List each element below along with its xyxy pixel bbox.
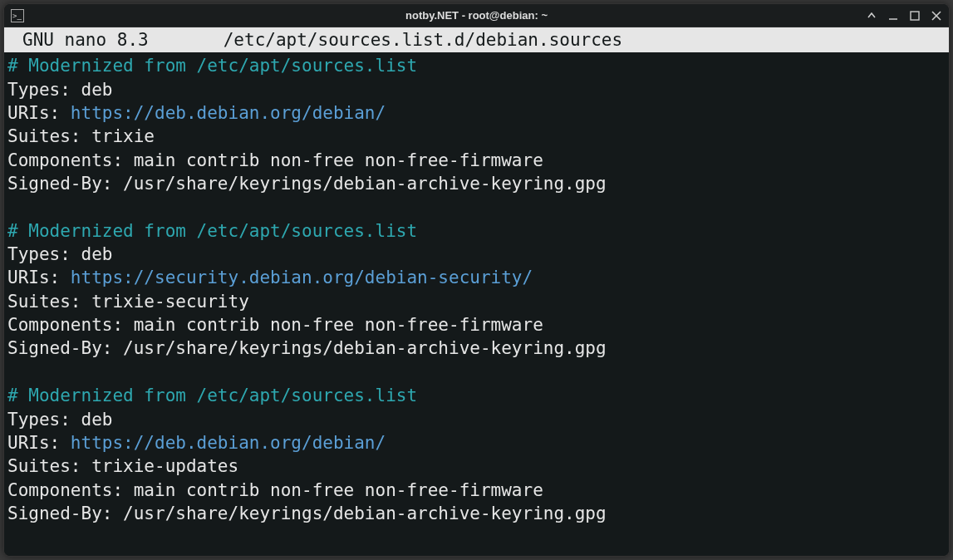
editor-content[interactable]: # Modernized from /etc/apt/sources.list … <box>4 52 949 527</box>
config-line: Suites: trixie-updates <box>7 454 946 478</box>
config-line: Types: deb <box>7 243 946 266</box>
comment-line: # Modernized from /etc/apt/sources.list <box>7 221 417 241</box>
blank-line <box>7 361 946 384</box>
config-line: Types: deb <box>7 78 946 101</box>
comment-line: # Modernized from /etc/apt/sources.list <box>7 56 417 76</box>
svg-rect-1 <box>911 12 919 20</box>
blank-line <box>7 195 946 219</box>
config-line: URIs: https://deb.debian.org/debian/ <box>7 431 946 454</box>
config-line: Signed-By: /usr/share/keyrings/debian-ar… <box>7 172 946 195</box>
window-controls <box>866 10 942 22</box>
nano-app-name: GNU nano 8.3 <box>7 28 149 52</box>
terminal-window: >_ notby.NET - root@debian: ~ GNU nano 8… <box>3 3 950 557</box>
config-line: Types: deb <box>7 408 946 431</box>
config-line: Components: main contrib non-free non-fr… <box>7 313 946 336</box>
config-line: Suites: trixie <box>7 125 946 148</box>
terminal-body[interactable]: GNU nano 8.3 /etc/apt/sources.list.d/deb… <box>4 27 949 556</box>
comment-line: # Modernized from /etc/apt/sources.list <box>7 386 417 405</box>
config-line: URIs: https://security.debian.org/debian… <box>7 266 946 289</box>
nano-header: GNU nano 8.3 /etc/apt/sources.list.d/deb… <box>4 27 949 52</box>
minimize-button[interactable] <box>887 10 899 22</box>
maximize-button[interactable] <box>909 10 921 22</box>
close-button[interactable] <box>931 10 942 22</box>
terminal-icon: >_ <box>11 9 24 22</box>
config-line: Components: main contrib non-free non-fr… <box>7 149 946 172</box>
arrow-up-icon[interactable] <box>866 10 877 22</box>
nano-filename: /etc/apt/sources.list.d/debian.sources <box>224 28 622 52</box>
config-line: Components: main contrib non-free non-fr… <box>7 479 946 502</box>
config-line: Signed-By: /usr/share/keyrings/debian-ar… <box>7 336 946 360</box>
window-titlebar[interactable]: >_ notby.NET - root@debian: ~ <box>4 4 949 27</box>
config-line: URIs: https://deb.debian.org/debian/ <box>7 101 946 125</box>
window-title: notby.NET - root@debian: ~ <box>405 9 548 22</box>
config-line: Signed-By: /usr/share/keyrings/debian-ar… <box>7 502 946 525</box>
config-line: Suites: trixie-security <box>7 290 946 313</box>
